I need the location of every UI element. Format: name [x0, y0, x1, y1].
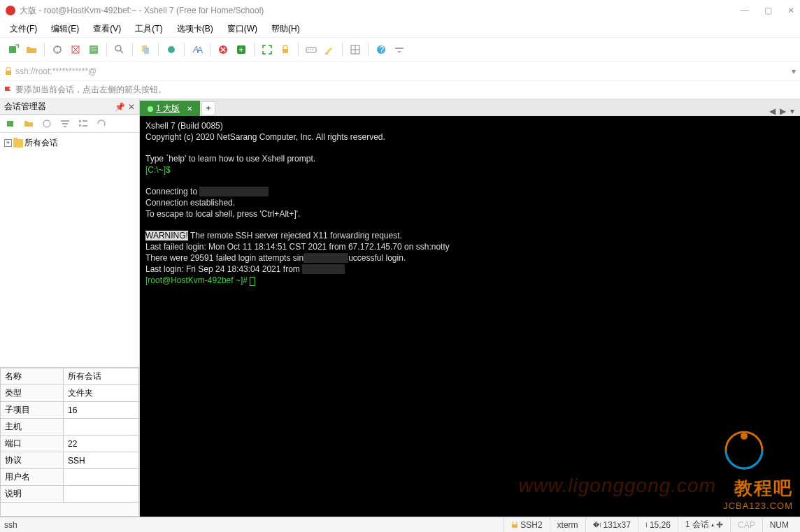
dropdown-icon[interactable] — [392, 42, 407, 57]
fullscreen-icon[interactable] — [259, 42, 275, 57]
address-text: ssh://root:***********@ — [15, 66, 97, 76]
status-num: NUM — [762, 517, 796, 532]
lock-icon[interactable] — [278, 42, 293, 57]
svg-point-10 — [168, 46, 175, 53]
layout-icon[interactable] — [348, 42, 363, 57]
xshell-icon[interactable] — [215, 42, 231, 57]
status-cap: CAP — [730, 517, 762, 532]
address-dropdown-icon[interactable]: ▾ — [792, 66, 796, 76]
prop-val — [64, 419, 139, 436]
tab-session-1[interactable]: 1 大版 ✕ — [140, 101, 200, 116]
cursor — [250, 277, 255, 286]
disconnect-icon[interactable] — [68, 42, 83, 57]
menu-window[interactable]: 窗口(W) — [222, 22, 263, 36]
status-dot-icon — [148, 106, 153, 112]
prop-key: 用户名 — [1, 469, 64, 486]
svg-point-7 — [115, 45, 121, 51]
status-pos: ⁞15,26 — [638, 517, 678, 532]
tab-menu-icon[interactable]: ▾ — [790, 106, 794, 116]
pin-icon[interactable]: 📌 — [115, 102, 125, 112]
font-icon[interactable]: AA — [190, 42, 205, 57]
sidebar-filter-icon[interactable] — [57, 116, 73, 131]
session-tree[interactable]: + 所有会话 — [0, 133, 139, 367]
status-sessions: 1 会话 ▴➕ — [678, 517, 730, 532]
svg-rect-30 — [79, 120, 81, 122]
tab-close-icon[interactable]: ✕ — [187, 105, 192, 113]
copy-icon[interactable] — [138, 42, 153, 57]
sidebar-refresh-icon[interactable] — [94, 116, 109, 131]
prop-val: 16 — [64, 402, 139, 419]
app-icon — [6, 6, 15, 15]
new-session-icon[interactable]: + — [6, 42, 21, 57]
svg-rect-32 — [83, 120, 87, 122]
menu-file[interactable]: 文件(F) — [4, 22, 43, 36]
sidebar-folder-icon[interactable] — [21, 116, 36, 131]
svg-rect-24 — [6, 71, 11, 75]
sidebar: 会话管理器 📌 ✕ + 所有会话 名称所有会话 类型文件夹 — [0, 99, 140, 517]
prop-row: 类型文件夹 — [1, 385, 139, 402]
search-icon[interactable] — [112, 42, 127, 57]
tab-next-icon[interactable]: ▶ — [780, 106, 786, 116]
xftp-icon[interactable] — [234, 42, 249, 57]
sidebar-header: 会话管理器 📌 ✕ — [0, 99, 139, 115]
sidebar-list-icon[interactable] — [76, 116, 91, 131]
add-tab-button[interactable]: + — [201, 101, 215, 115]
svg-text:?: ? — [380, 45, 385, 55]
prop-key: 类型 — [1, 385, 64, 402]
sidebar-link-icon[interactable] — [39, 116, 55, 131]
status-bar: ssh SSH2 xterm �⁝131x37 ⁞15,26 1 会话 ▴➕ C… — [0, 517, 800, 532]
svg-text:A: A — [197, 45, 203, 55]
highlight-icon[interactable] — [322, 42, 337, 57]
svg-rect-31 — [79, 124, 81, 127]
prop-val — [64, 469, 139, 486]
keyboard-icon[interactable] — [303, 42, 319, 57]
prop-row: 子项目16 — [1, 402, 139, 419]
lock-status-icon — [511, 522, 518, 529]
lock-small-icon — [4, 67, 13, 76]
prop-key: 主机 — [1, 419, 64, 436]
help-icon[interactable]: ? — [373, 42, 389, 57]
flag-icon — [4, 86, 13, 94]
svg-rect-16 — [306, 48, 316, 52]
tab-bar: 1 大版 ✕ + ◀ ▶ ▾ — [140, 99, 800, 116]
prop-key: 名称 — [1, 368, 64, 385]
reconnect-icon[interactable] — [50, 42, 65, 57]
tree-root-node[interactable]: + 所有会话 — [3, 136, 136, 150]
svg-rect-27 — [61, 120, 69, 122]
menu-view[interactable]: 查看(V) — [87, 22, 127, 36]
prop-row: 说明 — [1, 486, 139, 503]
minimize-button[interactable]: — — [741, 6, 749, 15]
tree-root-label: 所有会话 — [24, 137, 58, 149]
prop-key: 协议 — [1, 452, 64, 469]
terminal[interactable]: Xshell 7 (Build 0085) Copyright (c) 2020… — [140, 116, 800, 517]
properties-icon[interactable] — [86, 42, 101, 57]
prop-row: 协议SSH — [1, 452, 139, 469]
session-hint-text: 要添加当前会话，点击左侧的箭头按钮。 — [15, 84, 166, 96]
close-button[interactable]: ✕ — [787, 6, 794, 15]
svg-rect-33 — [83, 125, 87, 127]
prop-row: 用户名 — [1, 469, 139, 486]
menu-tools[interactable]: 工具(T) — [129, 22, 168, 36]
sidebar-close-icon[interactable]: ✕ — [128, 102, 135, 112]
svg-point-19 — [312, 49, 313, 50]
prop-key: 说明 — [1, 486, 64, 503]
svg-rect-25 — [7, 121, 13, 127]
menu-edit[interactable]: 编辑(E) — [45, 22, 85, 36]
svg-point-18 — [310, 49, 311, 50]
toolbar: + AA ? — [0, 38, 800, 62]
tab-prev-icon[interactable]: ◀ — [769, 106, 776, 116]
prop-row: 端口22 — [1, 436, 139, 452]
color-icon[interactable] — [164, 42, 179, 57]
sidebar-new-icon[interactable] — [3, 116, 18, 131]
prop-val — [64, 486, 139, 503]
maximize-button[interactable]: ▢ — [764, 6, 772, 15]
titlebar: 大版 - root@HostKvm-492bef:~ - Xshell 7 (F… — [0, 0, 800, 21]
address-bar[interactable]: ssh://root:***********@ ▾ — [0, 62, 800, 81]
folder-icon — [13, 139, 23, 148]
sidebar-toolbar — [0, 115, 139, 133]
menu-help[interactable]: 帮助(H) — [266, 22, 306, 36]
menu-tab[interactable]: 选项卡(B) — [171, 22, 219, 36]
svg-rect-5 — [91, 48, 97, 48]
expand-icon[interactable]: + — [4, 139, 12, 147]
open-icon[interactable] — [24, 42, 39, 57]
